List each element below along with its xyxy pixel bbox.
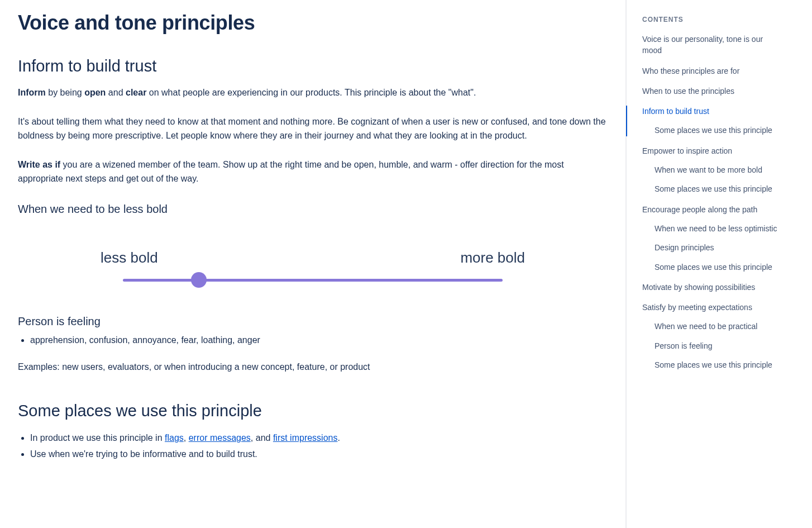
slider-track	[123, 279, 503, 282]
toc-subitem[interactable]: Design principles	[642, 242, 782, 253]
list-item: In product we use this principle in flag…	[30, 430, 608, 446]
toc-subitem[interactable]: Some places we use this principle	[642, 261, 782, 273]
boldness-slider-figure: less bold more bold	[89, 249, 536, 282]
toc-item-label: Inform to build trust	[642, 107, 709, 116]
text: ,	[184, 433, 189, 443]
toc-item-label: Encourage people along the path	[642, 205, 757, 214]
text: by being	[46, 88, 84, 97]
para-inform: Inform by being open and clear on what p…	[18, 85, 608, 100]
toc-item[interactable]: When to use the principles	[642, 85, 782, 97]
text: .	[337, 433, 340, 443]
contents-heading: CONTENTS	[642, 16, 782, 23]
toc-sublist: When we want to be more boldSome places …	[642, 164, 782, 195]
examples-line: Examples: new users, evaluators, or when…	[18, 360, 608, 374]
para-write-as-if: Write as if you are a wizened member of …	[18, 158, 608, 186]
page-title: Voice and tone principles	[18, 11, 608, 35]
toc-sublist: When we need to be practicalPerson is fe…	[642, 321, 782, 370]
section-heading-inform: Inform to build trust	[18, 57, 608, 75]
toc-subitem[interactable]: When we need to be practical	[642, 321, 782, 332]
list-item: apprehension, confusion, annoyance, fear…	[30, 332, 608, 349]
heading-person-feeling: Person is feeling	[18, 315, 608, 328]
toc-item-label: Who these principles are for	[642, 66, 739, 75]
link-flags[interactable]: flags	[165, 433, 184, 443]
toc-subitem[interactable]: When we need to be less optimistic	[642, 223, 782, 234]
toc-subitem[interactable]: When we want to be more bold	[642, 164, 782, 175]
bold-write-as-if: Write as if	[18, 160, 60, 169]
toc-item[interactable]: Inform to build trustSome places we use …	[642, 106, 782, 136]
toc-item-label: Satisfy by meeting expectations	[642, 303, 752, 312]
toc-item[interactable]: Empower to inspire actionWhen we want to…	[642, 145, 782, 195]
text: In product we use this principle in	[30, 433, 165, 443]
feeling-list: apprehension, confusion, annoyance, fear…	[18, 332, 608, 349]
toc-item-label: Empower to inspire action	[642, 146, 732, 155]
slider-label-right: more bold	[460, 249, 525, 267]
text: on what people are experiencing in our p…	[146, 88, 476, 97]
link-error-messages[interactable]: error messages	[189, 433, 251, 443]
toc-subitem[interactable]: Some places we use this principle	[642, 125, 782, 136]
toc-item[interactable]: Encourage people along the pathWhen we n…	[642, 204, 782, 273]
heading-less-bold: When we need to be less bold	[18, 203, 608, 216]
toc-item-label: Voice is our personality, tone is our mo…	[642, 35, 763, 55]
text: and	[106, 88, 126, 97]
toc-item-label: When to use the principles	[642, 87, 734, 96]
bold-open: open	[84, 88, 106, 97]
toc-item-label: Motivate by showing possibilities	[642, 283, 755, 292]
toc-subitem[interactable]: Some places we use this principle	[642, 359, 782, 370]
contents-sidebar: CONTENTS Voice is our personality, tone …	[625, 0, 793, 528]
main-content: Voice and tone principles Inform to buil…	[0, 0, 625, 528]
link-first-impressions[interactable]: first impressions	[273, 433, 338, 443]
bold-inform: Inform	[18, 88, 46, 97]
toc-list: Voice is our personality, tone is our mo…	[642, 34, 782, 370]
slider-label-left: less bold	[101, 249, 158, 267]
toc-sublist: Some places we use this principle	[642, 125, 782, 136]
bold-clear: clear	[126, 88, 146, 97]
slider-thumb-icon	[191, 272, 207, 288]
text: you are a wizened member of the team. Sh…	[18, 160, 564, 184]
toc-item[interactable]: Who these principles are for	[642, 65, 782, 77]
toc-item[interactable]: Voice is our personality, tone is our mo…	[642, 34, 782, 56]
toc-subitem[interactable]: Some places we use this principle	[642, 183, 782, 194]
toc-item[interactable]: Satisfy by meeting expectationsWhen we n…	[642, 302, 782, 370]
toc-subitem[interactable]: Person is feeling	[642, 340, 782, 351]
list-item: Use when we're trying to be informative …	[30, 446, 608, 463]
places-list: In product we use this principle in flag…	[18, 430, 608, 463]
toc-item[interactable]: Motivate by showing possibilities	[642, 282, 782, 293]
text: , and	[251, 433, 273, 443]
heading-some-places: Some places we use this principle	[18, 402, 608, 420]
toc-sublist: When we need to be less optimisticDesign…	[642, 223, 782, 273]
para-about: It's about telling them what they need t…	[18, 115, 608, 143]
slider-line	[123, 279, 503, 282]
